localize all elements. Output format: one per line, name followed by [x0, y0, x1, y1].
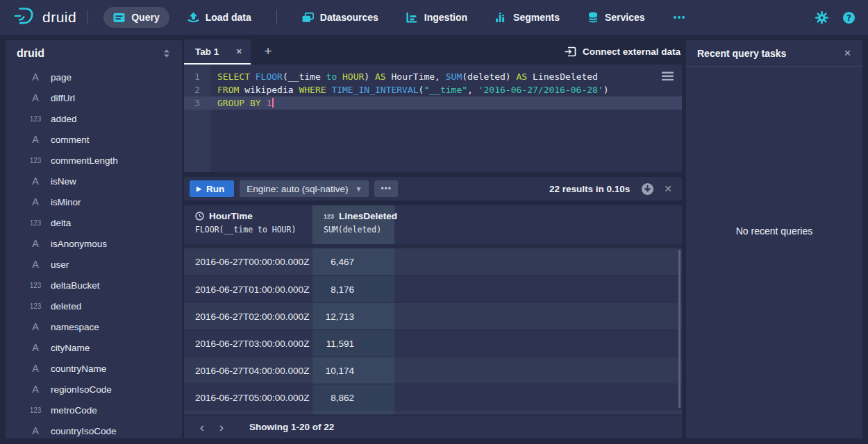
cell-hourtime[interactable]: 2016-06-27T05:00:00.000Z	[184, 393, 312, 403]
sql-editor-surface[interactable]: 1SELECT FLOOR(__time to HOUR) AS HourTim…	[184, 65, 682, 172]
sql-code: 1SELECT FLOOR(__time to HOUR) AS HourTim…	[184, 70, 682, 110]
cell-linesdeleted[interactable]: 11,591	[312, 330, 394, 357]
chevron-down-icon: ▼	[356, 185, 362, 193]
nav-item-segments[interactable]: Segments	[485, 7, 569, 28]
close-results-icon[interactable]: ✕	[664, 183, 672, 194]
connect-external-data-button[interactable]: Connect external data	[565, 40, 681, 63]
empty-tasks-message: No recent queries	[686, 225, 862, 237]
table-row: 2016-06-27T03:00:00.000Z11,591	[184, 330, 682, 357]
table-row: 2016-06-27T04:00:00.000Z10,174	[184, 357, 682, 384]
sidebar-header[interactable]: druid	[6, 40, 182, 67]
string-type-icon: A	[26, 196, 44, 207]
column-name: isNew	[51, 176, 76, 187]
connect-label: Connect external data	[583, 46, 681, 57]
editor-menu-icon[interactable]	[662, 71, 674, 84]
cell-hourtime[interactable]: 2016-06-27T02:00:00.000Z	[184, 311, 312, 322]
string-type-icon: A	[26, 71, 44, 83]
column-title: HourTime	[209, 211, 253, 221]
sidebar-column-metroCode[interactable]: 123metroCode	[6, 400, 182, 420]
cell-linesdeleted[interactable]: 6,467	[312, 248, 394, 275]
cell-linesdeleted[interactable]: 10,174	[312, 357, 394, 384]
next-page-button[interactable]: ›	[212, 418, 231, 437]
column-name: metroCode	[51, 405, 97, 416]
play-icon: ▶	[197, 185, 201, 192]
sort-carets-icon[interactable]	[162, 49, 171, 58]
column-name: namespace	[51, 322, 99, 332]
nav-item-services[interactable]: Services	[578, 7, 655, 28]
string-type-icon: A	[26, 176, 44, 187]
tab-1[interactable]: Tab 1 ✕	[184, 40, 251, 65]
cell-hourtime[interactable]: 2016-06-27T04:00:00.000Z	[184, 366, 312, 376]
cell-linesdeleted[interactable]: 8,862	[312, 384, 394, 411]
datasource-title: druid	[17, 47, 44, 60]
nav-item-ingestion[interactable]: Ingestion	[397, 7, 477, 28]
sidebar-column-isNew[interactable]: AisNew	[6, 171, 182, 191]
code-line-3: 3GROUP BY 1	[184, 96, 682, 110]
column-expression: SUM(deleted)	[324, 225, 394, 234]
run-button[interactable]: ▶ Run	[190, 180, 234, 197]
sidebar-column-user[interactable]: Auser	[6, 254, 182, 275]
cell-hourtime[interactable]: 2016-06-27T03:00:00.000Z	[184, 339, 312, 349]
sidebar-column-countryIsoCode[interactable]: AcountryIsoCode	[6, 420, 182, 441]
string-type-icon: A	[26, 259, 44, 270]
sidebar-column-deleted[interactable]: 123deleted	[6, 296, 182, 316]
sidebar-column-diffUrl[interactable]: AdiffUrl	[6, 87, 182, 108]
engine-select[interactable]: Engine: auto (sql-native) ▼	[240, 180, 369, 197]
string-type-icon: A	[26, 92, 44, 103]
number-type-icon: 123	[26, 282, 44, 289]
new-tab-button[interactable]: +	[258, 40, 278, 63]
download-results-icon[interactable]	[641, 182, 654, 196]
sidebar-column-delta[interactable]: 123delta	[6, 212, 182, 233]
sidebar-column-deltaBucket[interactable]: 123deltaBucket	[6, 275, 182, 296]
druid-brand[interactable]: druid	[11, 6, 76, 28]
column-name: countryName	[51, 364, 106, 374]
sidebar-column-isMinor[interactable]: AisMinor	[6, 191, 182, 212]
sidebar-column-regionIsoCode[interactable]: AregionIsoCode	[6, 379, 182, 400]
sidebar-column-namespace[interactable]: Anamespace	[6, 316, 182, 337]
close-tab-icon[interactable]: ✕	[231, 47, 242, 56]
settings-gear-icon[interactable]	[815, 11, 828, 24]
cell-linesdeleted[interactable]: 12,713	[312, 303, 394, 330]
help-icon[interactable]: ?	[842, 11, 856, 24]
close-tasks-panel-icon[interactable]: ✕	[844, 48, 851, 58]
nav-item-more[interactable]	[663, 10, 695, 24]
sidebar-column-commentLength[interactable]: 123commentLength	[6, 150, 182, 171]
string-type-icon: A	[26, 238, 44, 249]
tasks-panel-header: Recent query tasks ✕	[686, 40, 862, 67]
column-name: isAnonymous	[51, 239, 107, 249]
code-line-2: 2FROM wikipedia WHERE TIME_IN_INTERVAL("…	[184, 83, 682, 96]
cell-hourtime[interactable]: 2016-06-27T01:00:00.000Z	[184, 284, 312, 295]
column-name: deleted	[51, 301, 81, 311]
sidebar-column-cityName[interactable]: AcityName	[6, 337, 182, 358]
column-header-linesdeleted[interactable]: 123 LinesDeleted SUM(deleted)	[312, 205, 394, 244]
cell-linesdeleted[interactable]: 8,176	[312, 276, 394, 302]
recent-query-tasks-panel: Recent query tasks ✕ No recent queries	[686, 40, 862, 438]
string-type-icon: A	[26, 342, 44, 353]
sidebar-column-isAnonymous[interactable]: AisAnonymous	[6, 233, 182, 254]
partial-row	[184, 411, 682, 414]
query-more-button[interactable]: •••	[374, 180, 398, 197]
nav-item-load-data[interactable]: Load data	[178, 7, 261, 28]
column-title: LinesDeleted	[339, 211, 397, 221]
services-icon	[587, 12, 599, 23]
sidebar-column-added[interactable]: 123added	[6, 108, 182, 129]
navbar-divider	[87, 10, 88, 25]
column-name: delta	[51, 218, 71, 228]
sidebar-column-countryName[interactable]: AcountryName	[6, 358, 182, 379]
results-header: HourTime FLOOR(__time to HOUR) 123 Lines…	[184, 205, 682, 244]
sidebar-column-comment[interactable]: Acomment	[6, 129, 182, 150]
column-expression: FLOOR(__time to HOUR)	[195, 225, 312, 234]
sidebar-column-page[interactable]: Apage	[6, 67, 182, 87]
text-cursor	[272, 98, 274, 108]
nav-item-query[interactable]: Query	[103, 7, 169, 28]
results-scrollbar[interactable]	[678, 250, 681, 408]
column-name: commentLength	[51, 155, 118, 166]
column-name: isMinor	[51, 197, 81, 207]
column-name: page	[51, 72, 72, 83]
run-label: Run	[206, 184, 224, 194]
pagination-bar: ‹ › Showing 1-20 of 22	[184, 415, 682, 438]
cell-hourtime[interactable]: 2016-06-27T00:00:00.000Z	[184, 257, 312, 267]
previous-page-button[interactable]: ‹	[192, 418, 212, 437]
nav-item-datasources[interactable]: Datasources	[292, 7, 388, 28]
column-header-hourtime[interactable]: HourTime FLOOR(__time to HOUR)	[184, 205, 312, 244]
